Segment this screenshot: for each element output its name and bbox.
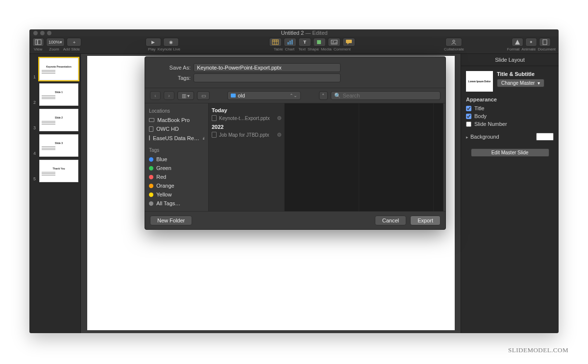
save-dialog: Save As: Tags: ‹ › ▥ ▾ ▭ old ⌃⌄ ˄ 🔍 Loca… [145, 56, 446, 230]
addslide-label: Add Slide [63, 47, 80, 51]
zoom-label: Zoom [49, 47, 59, 51]
slide-thumbnail[interactable]: 1Keynote Presentation [39, 58, 78, 80]
location-item[interactable]: EaseUS Data Re…⏏ [149, 133, 204, 143]
file-icon [212, 132, 217, 138]
disk-icon [149, 126, 153, 132]
appearance-label: Appearance [466, 97, 554, 102]
group-button[interactable]: ▭ [197, 91, 210, 100]
format-button[interactable] [512, 38, 523, 47]
svg-rect-6 [288, 42, 289, 45]
slide-thumbnail[interactable]: 4Slide 3 [39, 134, 78, 157]
play-label: Play [148, 47, 156, 51]
table-label: Table [273, 47, 283, 51]
location-item[interactable]: OWC HD [149, 124, 204, 133]
tag-dot-icon [149, 201, 153, 206]
disclosure-triangle-icon[interactable]: ▸ [466, 135, 468, 140]
svg-rect-7 [290, 41, 291, 45]
document-button[interactable] [539, 38, 551, 47]
tag-item[interactable]: Yellow [149, 190, 204, 199]
cancel-button[interactable]: Cancel [375, 216, 406, 225]
slide-thumbnail[interactable]: 2Slide 1 [39, 83, 78, 106]
forward-button[interactable]: › [164, 91, 174, 100]
inspector-panel: Slide Layout Lorem Ipsum Dolor Title & S… [461, 54, 559, 333]
shape-button[interactable] [313, 38, 326, 47]
saveas-label: Save As: [152, 65, 194, 71]
shape-label: Shape [308, 47, 319, 51]
body-checkbox[interactable]: Body [466, 113, 554, 119]
background-label: Background [470, 134, 499, 140]
tag-item[interactable]: Blue [149, 155, 204, 164]
laptop-icon [149, 118, 154, 122]
location-item[interactable]: MacBook Pro [149, 116, 204, 124]
new-folder-button[interactable]: New Folder [150, 216, 192, 225]
comment-label: Comment [334, 47, 351, 51]
svg-rect-12 [346, 40, 352, 43]
document-label: Document [538, 47, 556, 51]
slide-navigator[interactable]: 1Keynote Presentation2Slide 13Slide 24Sl… [29, 54, 81, 333]
search-input[interactable] [343, 93, 438, 98]
file-group-header: 2022 [212, 124, 281, 130]
chart-button[interactable] [284, 38, 296, 47]
tags-input[interactable] [194, 73, 341, 82]
chart-label: Chart [285, 47, 295, 51]
zoom-dropdown[interactable]: 100% ▾ [46, 38, 65, 47]
slide-thumbnail[interactable]: 5Thank You [39, 160, 78, 182]
svg-rect-1 [38, 40, 41, 45]
titlebar: Untitled 2 — Edited [29, 29, 559, 36]
media-label: Media [321, 47, 332, 51]
watermark: SLIDEMODEL.COM [508, 346, 568, 354]
tag-item[interactable]: Orange [149, 181, 204, 190]
finder-sidebar[interactable]: Locations MacBook ProOWC HDEaseUS Data R… [145, 103, 209, 211]
background-swatch[interactable] [536, 133, 554, 141]
toolbar: 100% ▾ ＋ View Zoom Add Slide ▶ ◉ Play Ke… [29, 36, 559, 54]
comment-button[interactable] [343, 38, 355, 47]
media-button[interactable] [328, 38, 341, 47]
tag-item[interactable]: Green [149, 164, 204, 172]
export-button[interactable]: Export [410, 216, 441, 225]
file-item[interactable]: Keynote-t…Export.pptx [212, 114, 281, 122]
slide-thumbnail[interactable]: 3Slide 2 [39, 109, 78, 131]
close-icon[interactable] [33, 31, 38, 35]
title-checkbox[interactable]: Title [466, 105, 554, 111]
collaborate-button[interactable] [445, 38, 462, 47]
collapse-button[interactable]: ˄ [319, 91, 328, 100]
cloud-icon [277, 116, 281, 120]
tag-item[interactable]: All Tags… [149, 199, 204, 208]
empty-column-1 [285, 103, 359, 211]
edit-master-slide-button[interactable]: Edit Master Slide [471, 148, 549, 157]
disk-icon [149, 135, 150, 141]
svg-rect-0 [35, 40, 37, 45]
format-label: Format [507, 47, 519, 51]
maximize-icon[interactable] [47, 31, 51, 35]
svg-rect-14 [543, 40, 547, 45]
tag-dot-icon [149, 166, 153, 170]
folder-dropdown[interactable]: old ⌃⌄ [227, 91, 301, 100]
collaborate-label: Collaborate [444, 47, 464, 51]
animate-button[interactable]: ✦ [525, 38, 537, 47]
file-column[interactable]: TodayKeynote-t…Export.pptx2022Job Map fo… [209, 103, 285, 211]
saveas-input[interactable] [194, 63, 341, 72]
change-master-button[interactable]: Change Master ▾ [497, 79, 544, 87]
file-item[interactable]: Job Map for JTBD.pptx [212, 131, 281, 139]
view-mode-button[interactable]: ▥ ▾ [177, 91, 194, 100]
keynotelive-label: Keynote Live [158, 47, 180, 51]
play-button[interactable]: ▶ [146, 38, 161, 47]
tags-header: Tags [149, 147, 204, 153]
tags-label: Tags: [152, 75, 194, 81]
back-button[interactable]: ‹ [150, 91, 161, 100]
add-slide-button[interactable]: ＋ [67, 38, 81, 47]
tag-dot-icon [149, 193, 153, 197]
tag-item[interactable]: Red [149, 172, 204, 181]
table-button[interactable] [269, 38, 282, 47]
search-icon: 🔍 [334, 93, 341, 99]
slidenumber-checkbox[interactable]: Slide Number [466, 121, 554, 127]
tag-dot-icon [149, 157, 153, 162]
text-button[interactable]: T [298, 38, 311, 47]
search-field[interactable]: 🔍 [331, 91, 441, 100]
view-button[interactable] [32, 38, 44, 47]
view-label: View [34, 47, 42, 51]
svg-rect-9 [317, 40, 321, 44]
master-thumbnail: Lorem Ipsum Dolor [466, 71, 493, 92]
keynote-live-button[interactable]: ◉ [163, 38, 179, 47]
minimize-icon[interactable] [40, 31, 45, 35]
